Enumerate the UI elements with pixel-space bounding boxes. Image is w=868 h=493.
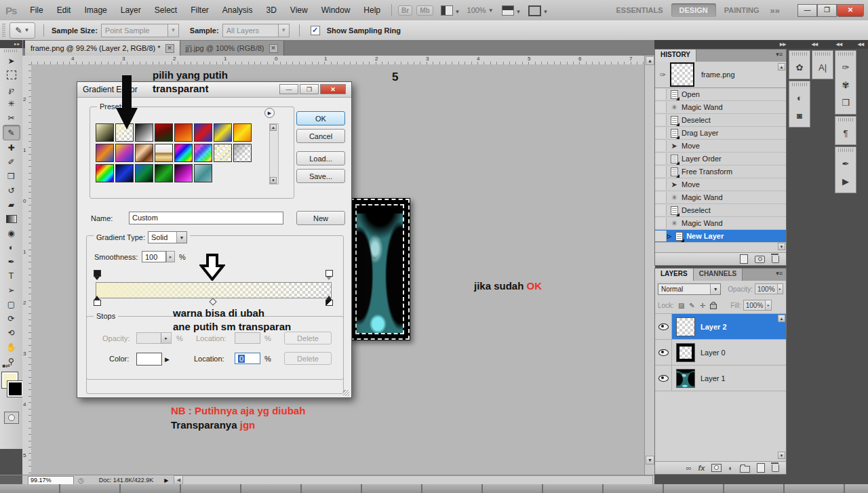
collapse-icons-button[interactable]: ◂◂ <box>836 40 842 49</box>
orbit-3d-tool[interactable]: ⟲ <box>3 326 20 340</box>
close-tab-icon[interactable]: ✕ <box>165 44 174 53</box>
layer-row-layer-1[interactable]: Layer 1 <box>655 366 786 391</box>
layer-row-layer-0[interactable]: Layer 0 <box>655 340 786 366</box>
dodge-tool[interactable]: ◐ <box>3 240 20 254</box>
workspace-painting[interactable]: PAINTING <box>716 3 768 17</box>
history-snapshot-row[interactable]: ✑ frame.png <box>655 62 786 88</box>
adjustments-panel-icon[interactable]: ◐ <box>789 89 810 106</box>
preset-spectrum[interactable] <box>174 144 193 162</box>
scroll-left-icon[interactable]: ◀ <box>174 476 183 484</box>
menu-window[interactable]: Window <box>315 5 357 15</box>
history-source-cell[interactable] <box>655 102 667 113</box>
background-color-swatch[interactable] <box>7 381 23 397</box>
paths-panel-icon[interactable]: ✒ <box>835 155 856 172</box>
blend-mode-dropdown[interactable]: Normal▼ <box>658 283 721 295</box>
scroll-up-icon[interactable]: ▲ <box>778 63 785 71</box>
color-swatch-button[interactable] <box>136 353 162 366</box>
layer-mask-icon[interactable] <box>711 464 722 472</box>
scroll-up-icon[interactable]: ▲ <box>270 124 277 131</box>
scroll-up-icon[interactable]: ▲ <box>778 315 785 322</box>
history-state-magic-wand[interactable]: ✳Magic Wand <box>655 101 786 114</box>
history-source-cell[interactable] <box>655 218 667 229</box>
sample-dropdown[interactable]: All Layers▼ <box>222 24 290 37</box>
rotate-3d-tool[interactable]: ⟳ <box>3 311 20 326</box>
dialog-maximize-button[interactable]: ❐ <box>300 84 319 94</box>
dialog-minimize-button[interactable]: — <box>279 84 298 94</box>
dock-group-grip[interactable] <box>838 118 853 121</box>
eraser-tool[interactable]: ▰ <box>3 197 20 212</box>
preset-orange-yellow-orange[interactable] <box>233 123 252 142</box>
history-state-move[interactable]: ➤Move <box>655 178 786 191</box>
close-button[interactable]: ✕ <box>837 4 864 17</box>
color-location-input[interactable]: 0 <box>235 353 260 364</box>
workspace-overflow-icon[interactable]: »» <box>770 5 780 16</box>
scroll-down-icon[interactable]: ▼ <box>778 243 785 250</box>
save-button[interactable]: Save... <box>296 169 345 183</box>
fill-value[interactable]: 100% <box>743 300 766 311</box>
new-doc-from-state-icon[interactable] <box>740 254 748 264</box>
type-tool[interactable]: T <box>3 269 20 283</box>
opacity-stop-right[interactable] <box>326 270 333 277</box>
opacity-stop-left[interactable] <box>94 270 101 277</box>
menu-layer[interactable]: Layer <box>114 5 148 15</box>
preset-foreground-to-background[interactable] <box>96 123 114 142</box>
layer-row-layer-2[interactable]: Layer 2 <box>655 314 786 340</box>
history-source-cell[interactable] <box>655 205 667 216</box>
adjustment-layer-icon[interactable]: ◐ <box>728 464 733 472</box>
history-source-cell[interactable] <box>655 115 667 125</box>
dialog-resize-grip[interactable] <box>343 390 349 396</box>
collapse-icons-button[interactable]: ◂◂ <box>812 40 818 49</box>
blur-tool[interactable]: ◉ <box>3 226 20 240</box>
scroll-up-icon[interactable]: ▲ <box>646 56 654 65</box>
new-snapshot-icon[interactable] <box>755 256 765 263</box>
preset-magenta-black[interactable] <box>174 164 193 182</box>
show-sampling-ring-checkbox[interactable]: ✓ <box>311 26 320 35</box>
menu-image[interactable]: Image <box>77 5 113 15</box>
color-stop-left[interactable] <box>94 300 101 306</box>
dock-group-grip[interactable] <box>815 52 830 56</box>
history-source-cell[interactable] <box>655 166 667 177</box>
history-brush-source-icon[interactable]: ✑ <box>655 71 670 79</box>
brush-tool[interactable]: ✐ <box>3 155 20 169</box>
name-input[interactable]: Custom <box>129 212 283 224</box>
history-state-move[interactable]: ➤Move <box>655 140 786 153</box>
collapse-icons-button[interactable]: ◂◂ <box>858 40 864 49</box>
cancel-button[interactable]: Cancel <box>296 129 345 143</box>
preset-red-orange[interactable] <box>174 123 193 142</box>
masks-panel-icon[interactable]: ◙ <box>789 106 810 124</box>
status-zoom-field[interactable]: 99.17% <box>28 476 74 485</box>
tab-channels[interactable]: CHANNELS <box>694 269 743 281</box>
magic-wand-tool[interactable]: ✳ <box>3 96 20 111</box>
preset-transparent-stripes[interactable] <box>214 144 232 162</box>
panel-menu-icon[interactable]: ▾≡ <box>772 269 786 281</box>
gradient-type-dropdown[interactable]: Solid▼ <box>148 231 187 243</box>
app-zoom-level[interactable]: 100% <box>467 6 486 14</box>
preset-teal-gray[interactable] <box>194 164 212 182</box>
scroll-down-icon[interactable]: ▼ <box>270 177 277 184</box>
quick-mask-button[interactable] <box>4 412 19 424</box>
tool-presets-panel-icon[interactable]: ✑ <box>835 58 856 76</box>
menu-view[interactable]: View <box>283 5 315 15</box>
tools-panel-collapse-button[interactable]: ▸▸ <box>0 40 22 48</box>
presets-menu-icon[interactable]: ▶ <box>264 108 275 118</box>
brush-panel-icon[interactable]: ✾ <box>835 76 856 94</box>
bridge-button[interactable]: Br <box>398 5 412 16</box>
lock-pixels-icon[interactable]: ✎ <box>689 302 694 309</box>
clone-source-panel-icon[interactable]: ❒ <box>835 94 856 111</box>
preset-green-black[interactable] <box>155 164 173 182</box>
move-tool[interactable]: ➤ <box>3 54 20 68</box>
preset-copper[interactable] <box>135 144 153 162</box>
layer-visibility-toggle[interactable] <box>655 340 672 365</box>
preset-dark-blue[interactable] <box>115 164 134 182</box>
crop-tool[interactable]: ✂ <box>3 111 20 125</box>
history-state-deselect[interactable]: Deselect <box>655 114 786 127</box>
scroll-down-icon[interactable]: ▼ <box>646 456 654 465</box>
workspace-essentials[interactable]: ESSENTIALS <box>608 3 671 17</box>
layer-group-icon[interactable] <box>740 466 750 473</box>
clone-stamp-tool[interactable]: ❒ <box>3 169 20 183</box>
screen-mode-button[interactable]: ▼ <box>528 4 549 16</box>
dock-group-grip[interactable] <box>838 149 853 152</box>
panel-menu-icon[interactable]: ▾≡ <box>772 50 786 62</box>
new-layer-icon[interactable] <box>757 463 765 473</box>
close-tab-icon[interactable]: ✕ <box>269 44 278 53</box>
